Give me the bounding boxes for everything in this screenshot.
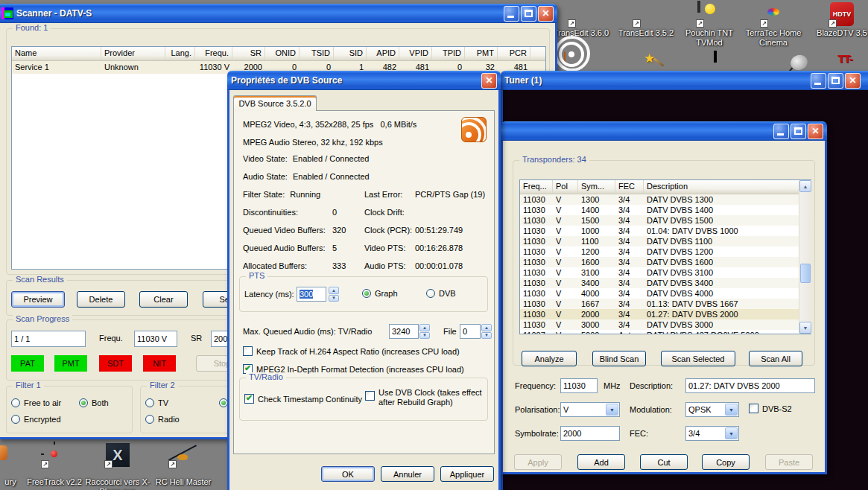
- max-queued-file-field[interactable]: 0: [460, 324, 481, 339]
- column-header-Freq[interactable]: Freq...: [520, 180, 553, 194]
- progress-field[interactable]: 1 / 1: [11, 331, 86, 347]
- filter1-group-option-both[interactable]: Both: [79, 398, 109, 407]
- scan-all-button[interactable]: Scan All: [749, 351, 802, 366]
- desktop-icon-label[interactable]: TransEdit 3.5.2: [609, 28, 683, 38]
- filter1-group-option-free-to-air[interactable]: Free to air: [11, 398, 61, 407]
- graph-radio[interactable]: [362, 289, 371, 298]
- pts-dvb-option[interactable]: DVB: [426, 289, 456, 298]
- max-queued-tv-field[interactable]: 3240: [389, 324, 419, 339]
- apply-button[interactable]: Apply: [514, 454, 562, 470]
- column-header-Sym[interactable]: Sym...: [578, 180, 615, 194]
- desktop-icon-label[interactable]: TerraTec Home Cinema: [739, 28, 808, 48]
- minimize-button[interactable]: [811, 73, 826, 89]
- desktop-icon-blazedtv[interactable]: HDTV ↗: [830, 2, 854, 26]
- column-header-VPID[interactable]: VPID: [399, 47, 432, 60]
- filter2-group-option-tv[interactable]: TV: [145, 398, 168, 407]
- table-row[interactable]: 11030V12003/4DATV DVBS 1200: [520, 246, 811, 257]
- delete-button[interactable]: Delete: [77, 291, 125, 308]
- column-header-FEC[interactable]: FEC: [615, 180, 644, 194]
- modulation-select[interactable]: QPSK: [685, 402, 739, 417]
- copy-button[interactable]: Copy: [702, 454, 750, 470]
- close-button[interactable]: [808, 124, 823, 139]
- dropdown-arrow-icon[interactable]: [725, 427, 738, 439]
- blind-scan-button[interactable]: Blind Scan: [592, 351, 646, 366]
- use-dvb-clock-checkbox[interactable]: [365, 391, 375, 401]
- column-header-Provider[interactable]: Provider: [101, 47, 165, 60]
- table-row[interactable]: 11030V30003/4DATV DVBS 3000: [520, 319, 811, 330]
- latency-field[interactable]: 300: [297, 287, 326, 302]
- clear-button[interactable]: Clear: [139, 291, 188, 308]
- minimize-button[interactable]: [504, 6, 519, 22]
- scan-selected-button[interactable]: Scan Selected: [661, 351, 735, 366]
- table-row[interactable]: 11030V16003/4DATV DVBS 1600: [520, 257, 811, 267]
- dialog-titlebar[interactable]: Propriétés de DVB Source: [227, 71, 501, 90]
- column-header-Pol[interactable]: Pol: [553, 180, 578, 194]
- fec-select[interactable]: 3/4: [685, 426, 739, 441]
- timestamp-continuity-option[interactable]: Check Timestamp Continuity: [244, 394, 362, 404]
- latency-spinner[interactable]: [329, 287, 339, 302]
- transponder-titlebar[interactable]: [501, 121, 827, 141]
- table-row[interactable]: 11030V15003/4DATV DVBS 1500: [520, 215, 811, 226]
- fury-icon[interactable]: [0, 445, 7, 460]
- table-row[interactable]: 11030V13003/4DATV DVBS 1300: [520, 194, 811, 205]
- desktop-icon-rcheli[interactable]: ↗: [170, 443, 194, 467]
- maximize-button[interactable]: [828, 73, 843, 89]
- desktop-icon-label[interactable]: Pouchin TNT TVMod: [675, 28, 744, 48]
- filter2-group-option-radio[interactable]: Radio: [145, 415, 180, 424]
- column-header-PMT[interactable]: PMT: [465, 47, 498, 60]
- encrypted-radio[interactable]: [11, 415, 20, 424]
- column-header-SID[interactable]: SID: [334, 47, 367, 60]
- free-to-air-radio[interactable]: [11, 398, 20, 407]
- desktop-icon-label[interactable]: Raccourci vers X-Plane.exe: [82, 477, 153, 490]
- timestamp-continuity-checkbox[interactable]: [244, 394, 254, 404]
- dropdown-arrow-icon[interactable]: [606, 404, 618, 416]
- table-row[interactable]: 11030V31003/4DATV DVBS 3100: [520, 267, 811, 278]
- table-row[interactable]: 11087V5000AutoDATV DVBS 437 DG0VE 5000: [520, 330, 811, 334]
- table-row[interactable]: 11030V40003/4DATV DVBS 4000: [520, 288, 811, 299]
- appliquer-button[interactable]: Appliquer: [440, 466, 494, 482]
- column-header-PCR[interactable]: PCR: [498, 47, 530, 60]
- tuner-titlebar[interactable]: Tuner (1): [501, 71, 868, 90]
- table-row[interactable]: 11030V11003/4DATV DVBS 1100: [520, 236, 811, 246]
- desktop-icon-pouchin[interactable]: ↗: [697, 2, 721, 26]
- column-header-ONID[interactable]: ONID: [265, 47, 300, 60]
- desktop-icon-transedit-352[interactable]: ↗: [634, 2, 658, 26]
- filter1-group-option-encrypted[interactable]: Encrypted: [11, 415, 61, 424]
- polarisation-select[interactable]: V: [560, 402, 620, 417]
- analyze-button[interactable]: Analyze: [522, 351, 577, 366]
- max-queued-file-spinner[interactable]: [481, 324, 492, 339]
- tv-radio[interactable]: [145, 398, 154, 407]
- h264-aspect-checkbox[interactable]: [243, 346, 253, 356]
- column-header-Lang[interactable]: Lang.: [165, 47, 195, 60]
- scrollbar-thumb[interactable]: [800, 264, 811, 283]
- close-button[interactable]: [481, 73, 497, 89]
- h264-aspect-option[interactable]: Keep Track of H.264 Aspect Ratio (increa…: [243, 346, 460, 356]
- column-header-Name[interactable]: Name: [12, 47, 101, 60]
- minimize-button[interactable]: [773, 124, 789, 139]
- preview-button[interactable]: Preview: [11, 291, 65, 308]
- cut-button[interactable]: Cut: [640, 454, 688, 470]
- desktop-icon-freetrack[interactable]: ↗: [42, 443, 66, 467]
- desktop-icon-label[interactable]: FreeTrack v2.2: [17, 477, 92, 487]
- ok-button[interactable]: OK: [321, 466, 375, 482]
- column-header-APID[interactable]: APID: [367, 47, 399, 60]
- scroll-up-icon[interactable]: ▲: [799, 180, 811, 192]
- radio-radio[interactable]: [145, 415, 154, 424]
- desktop-icon-label[interactable]: RC Heli Master: [146, 477, 221, 487]
- scroll-down-icon[interactable]: ▼: [799, 322, 811, 334]
- column-header-Description[interactable]: Description: [644, 180, 800, 194]
- scrollbar-track[interactable]: ▲ ▼: [799, 180, 811, 334]
- desktop-icon-xplane[interactable]: X ↗: [106, 443, 130, 467]
- tab-dvb-source[interactable]: DVB Source 3.5.2.0: [233, 95, 317, 111]
- column-header-Frequ[interactable]: Frequ.: [195, 47, 232, 60]
- scanner-titlebar[interactable]: Scanner - DATV-S: [0, 4, 557, 23]
- table-row[interactable]: 11030V14003/4DATV DVBS 1400: [520, 205, 811, 215]
- frequency-field[interactable]: 11030: [560, 378, 598, 393]
- dropdown-arrow-icon[interactable]: [725, 404, 738, 416]
- column-header-TPID[interactable]: TPID: [432, 47, 465, 60]
- table-row[interactable]: 11030V10003/401.04: DATV DVBS 1000: [520, 226, 811, 236]
- table-row[interactable]: 11030V20003/401.27: DATV DVBS 2000: [520, 309, 811, 319]
- add-button[interactable]: Add: [577, 454, 625, 470]
- table-row[interactable]: 11030V16673/401.13: DATV DVBS 1667: [520, 299, 811, 309]
- maximize-button[interactable]: [521, 6, 536, 22]
